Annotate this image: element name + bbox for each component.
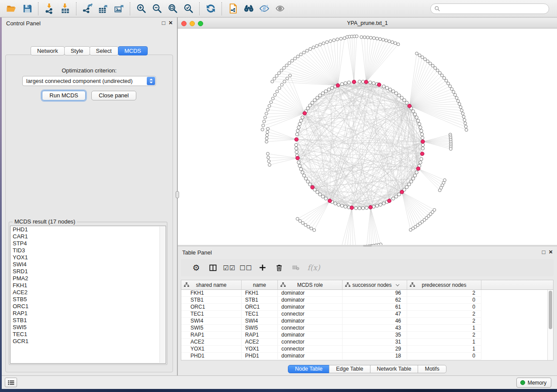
list-item[interactable]: TEC1: [10, 331, 166, 338]
column-header-predecessor-nodes[interactable]: predecessor nodes: [407, 280, 481, 289]
export-table-icon[interactable]: [95, 2, 111, 16]
list-item[interactable]: FKH1: [10, 282, 166, 289]
list-item[interactable]: PHD1: [10, 226, 166, 233]
open-icon[interactable]: [3, 2, 19, 16]
close-panel-icon[interactable]: ×: [169, 19, 173, 26]
list-item[interactable]: ACE2: [10, 289, 166, 296]
status-bar: Memory: [0, 375, 557, 389]
toolbar-separator: [76, 2, 76, 15]
table-scrollbar[interactable]: [547, 290, 553, 360]
main-toolbar: [0, 0, 557, 17]
column-header-name[interactable]: name: [242, 280, 278, 289]
table-row[interactable]: TEC1TEC1connector472: [181, 311, 553, 318]
show-columns-icon[interactable]: [204, 261, 221, 274]
tab-style[interactable]: Style: [64, 46, 90, 55]
refresh-icon[interactable]: [203, 2, 218, 16]
list-item[interactable]: YOX1: [10, 254, 166, 261]
hide-details-icon[interactable]: [256, 2, 272, 16]
search-input[interactable]: [443, 6, 545, 12]
mcds-result-list[interactable]: PHD1CAR1STP4TID3YOX1SWI4SRD1PMA2FKH1ACE2…: [10, 226, 166, 364]
float-table-panel-icon[interactable]: □: [542, 249, 545, 255]
export-image-icon[interactable]: [111, 2, 127, 16]
dropdown-stepper-icon: [147, 77, 155, 85]
list-item[interactable]: STB5: [10, 296, 166, 303]
zoom-in-icon[interactable]: [133, 2, 149, 16]
tab-network[interactable]: Network: [31, 46, 65, 55]
tab-mcds[interactable]: MCDS: [118, 46, 148, 55]
table-row[interactable]: SWI4SWI4dominator462: [181, 318, 553, 325]
control-panel: Control Panel □ × NetworkStyleSelectMCDS…: [2, 17, 177, 376]
list-item[interactable]: ORC1: [10, 303, 166, 310]
tab-network-table[interactable]: Network Table: [370, 365, 419, 373]
add-icon[interactable]: [254, 261, 271, 274]
delete-icon[interactable]: [271, 261, 287, 274]
table-row[interactable]: PHD1PHD1dominator180: [181, 353, 553, 360]
list-item[interactable]: GCR1: [10, 338, 166, 345]
list-item[interactable]: STB1: [10, 317, 166, 324]
table-row[interactable]: ACE2ACE2connector311: [181, 339, 553, 346]
desktop-wallpaper-edge: [0, 17, 2, 389]
delete-table-icon: [287, 261, 304, 274]
export-network-icon[interactable]: [80, 2, 95, 16]
float-panel-icon[interactable]: □: [162, 20, 165, 26]
list-item[interactable]: SRD1: [10, 268, 166, 275]
import-network-icon[interactable]: [42, 2, 57, 16]
table-panel-title: Table Panel: [182, 249, 212, 256]
save-icon[interactable]: [19, 2, 35, 16]
select-all-icon[interactable]: ☑☑: [221, 261, 238, 274]
table-scrollbar-thumb[interactable]: [549, 291, 552, 329]
unselect-all-icon[interactable]: ☐☐: [238, 261, 254, 274]
memory-button[interactable]: Memory: [516, 378, 551, 388]
task-history-button[interactable]: [5, 378, 17, 387]
zoom-fit-icon[interactable]: [165, 2, 180, 16]
list-item[interactable]: CAR1: [10, 233, 166, 240]
table-row[interactable]: RAP1RAP1dominator352: [181, 332, 553, 339]
share-document-icon[interactable]: [225, 2, 241, 16]
table-row[interactable]: YOX1YOX1connector291: [181, 346, 553, 353]
network-window-titlebar: YPA_prune.txt_1: [178, 18, 557, 28]
list-item[interactable]: SWI4: [10, 261, 166, 268]
binoculars-icon[interactable]: [241, 2, 256, 16]
memory-label: Memory: [528, 380, 547, 386]
hierarchy-icon: [410, 282, 415, 289]
column-header-successor-nodes[interactable]: successor nodes: [343, 280, 407, 289]
zoom-selected-icon[interactable]: [180, 2, 196, 16]
criterion-dropdown[interactable]: largest connected component (undirected): [22, 76, 156, 86]
criterion-value: largest connected component (undirected): [26, 78, 133, 84]
desktop-wallpaper-bottom: [0, 389, 557, 392]
tab-motifs[interactable]: Motifs: [418, 365, 446, 373]
table-toolbar: ⚙ ☑☑ ☐☐ f(x): [181, 259, 554, 276]
import-table-icon[interactable]: [57, 2, 73, 16]
tab-select[interactable]: Select: [90, 46, 118, 55]
close-panel-button[interactable]: Close panel: [91, 91, 136, 100]
column-header-MCDS-role[interactable]: MCDS role: [278, 280, 343, 289]
mcds-result-items: PHD1CAR1STP4TID3YOX1SWI4SRD1PMA2FKH1ACE2…: [10, 226, 166, 345]
network-canvas-svg: [178, 29, 557, 245]
panel-splitter[interactable]: [177, 17, 178, 376]
node-table-body: FKH1FKH1dominator962STB1STB1dominator620…: [181, 290, 553, 360]
table-row[interactable]: STB1STB1dominator620: [181, 297, 553, 304]
list-item[interactable]: TID3: [10, 247, 166, 254]
mcds-list-scrollbar[interactable]: [159, 227, 165, 363]
splitter-handle[interactable]: [176, 191, 179, 198]
table-settings-gear-icon[interactable]: ⚙: [188, 261, 204, 274]
table-row[interactable]: SWI5SWI5connector431: [181, 325, 553, 332]
table-row[interactable]: FKH1FKH1dominator962: [181, 290, 553, 297]
list-item[interactable]: RAP1: [10, 310, 166, 317]
show-details-icon[interactable]: [272, 2, 288, 16]
toolbar-separator: [38, 2, 38, 15]
run-mcds-button[interactable]: Run MCDS: [42, 91, 86, 100]
node-table: shared namenameMCDS rolesuccessor nodesp…: [181, 280, 554, 361]
list-item[interactable]: STP4: [10, 240, 166, 247]
toolbar-separator: [199, 2, 200, 15]
close-table-panel-icon[interactable]: ×: [549, 248, 553, 255]
list-item[interactable]: SWI5: [10, 324, 166, 331]
list-item[interactable]: PMA2: [10, 275, 166, 282]
table-row[interactable]: ORC1ORC1dominator610: [181, 304, 553, 311]
column-header-shared-name[interactable]: shared name: [181, 280, 242, 289]
tab-node-table[interactable]: Node Table: [288, 365, 329, 373]
network-canvas[interactable]: [178, 29, 557, 245]
zoom-out-icon[interactable]: [149, 2, 165, 16]
tab-edge-table[interactable]: Edge Table: [329, 365, 370, 373]
optimization-criterion-label: Optimization criterion:: [6, 67, 173, 74]
